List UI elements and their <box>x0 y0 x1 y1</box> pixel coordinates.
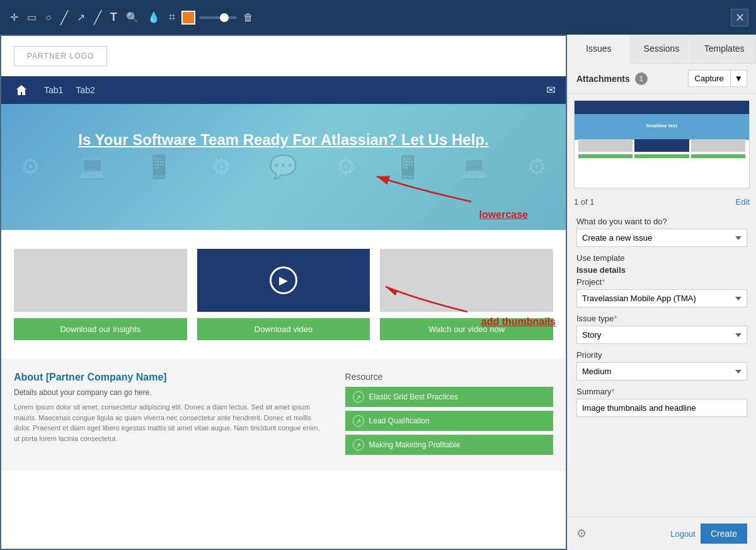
right-panel: Issues Sessions Templates Attachments 1 … <box>567 35 756 550</box>
resources-column: Resource ↗ Elastic Grid Best Practices ↗… <box>345 372 553 459</box>
hero-section: ⚙💻📱⚙💬⚙📱💻⚙ Is Your Software Team Ready Fo… <box>1 104 566 230</box>
thumbnail-arrow-svg <box>379 280 480 324</box>
ellipse-tool-icon[interactable]: ○ <box>43 9 54 26</box>
issue-details-label: Issue details <box>576 265 747 275</box>
cards-section: Download our insights ▶ Download video W… <box>1 230 566 359</box>
screenshot-thumbnail: headline text <box>574 100 750 188</box>
resource-3-label: Making Maketing Profitable <box>369 440 461 449</box>
panel-tabs: Issues Sessions Templates <box>568 35 756 64</box>
summary-label: Summary* <box>576 387 747 396</box>
resource-item-2[interactable]: ↗ Lead Qualification <box>345 411 553 431</box>
attachments-count: 1 <box>635 72 648 85</box>
resource-item-1[interactable]: ↗ Elastic Grid Best Practices <box>345 387 553 407</box>
project-required: * <box>602 277 605 287</box>
text-tool-icon[interactable]: T <box>108 8 120 26</box>
logout-button[interactable]: Logout <box>670 529 696 539</box>
opacity-slider[interactable] <box>199 16 237 19</box>
edit-link[interactable]: Edit <box>736 197 750 207</box>
attachments-label: Attachments <box>576 74 630 84</box>
action-question-label: What do you want to do? <box>576 217 747 226</box>
partner-logo: PARTNER LOGO <box>14 46 107 66</box>
resource-item-3[interactable]: ↗ Making Maketing Profitable <box>345 435 553 455</box>
resource-1-label: Elastic Grid Best Practices <box>369 392 458 401</box>
card-1: Download our insights <box>14 249 187 340</box>
settings-icon[interactable]: ⚙ <box>576 527 587 541</box>
move-tool-icon[interactable]: ✛ <box>8 9 21 26</box>
resource-3-icon: ↗ <box>353 439 364 450</box>
priority-select[interactable]: Medium <box>576 362 747 381</box>
issue-type-required: * <box>614 314 617 323</box>
card-2: ▶ Download video <box>197 249 370 340</box>
about-subtitle: Details about your company can go here. <box>14 388 326 397</box>
zoom-tool-icon[interactable]: 🔍 <box>123 9 141 26</box>
capture-button[interactable]: Capture <box>688 70 731 87</box>
arrow-tool-icon[interactable]: ↗ <box>74 9 88 26</box>
color-swatch[interactable] <box>181 11 195 25</box>
thumb-preview: headline text <box>575 101 749 188</box>
tab-sessions[interactable]: Sessions <box>631 35 694 63</box>
project-select[interactable]: Travelassian Mobile App (TMA) <box>576 289 747 307</box>
about-body: Lorem ipsum dolor sit amet, consectetur … <box>14 402 326 444</box>
panel-content: Attachments 1 Capture ▼ headline text <box>568 64 756 517</box>
capture-control: Capture ▼ <box>688 70 747 87</box>
thumbnail-annotation: add thumbnails <box>481 316 556 328</box>
nav-tab1[interactable]: Tab1 <box>44 85 63 95</box>
close-button[interactable]: ✕ <box>731 9 748 26</box>
action-select[interactable]: Create a new issue <box>576 229 747 247</box>
partner-logo-bar: PARTNER LOGO <box>1 36 566 76</box>
about-column: About [Partner Company Name] Details abo… <box>14 372 326 459</box>
panel-footer: ⚙ Logout Create <box>568 517 756 550</box>
summary-input[interactable] <box>576 399 747 417</box>
home-icon[interactable] <box>11 80 32 100</box>
line-tool-icon[interactable]: ╱ <box>58 8 71 28</box>
canvas-area: PARTNER LOGO Tab1 Tab2 ✉ ⚙💻📱⚙💬⚙📱💻⚙ Is Yo… <box>0 35 567 550</box>
resource-2-icon: ↗ <box>353 415 364 427</box>
resources-title: Resource <box>345 372 553 382</box>
resource-2-label: Lead Qualification <box>369 416 430 425</box>
card-2-image: ▶ <box>197 249 370 312</box>
tab-issues[interactable]: Issues <box>568 35 631 64</box>
crop-tool-icon[interactable]: ⌗ <box>166 8 178 26</box>
about-title: About [Partner Company Name] <box>14 372 326 383</box>
main-area: PARTNER LOGO Tab1 Tab2 ✉ ⚙💻📱⚙💬⚙📱💻⚙ Is Yo… <box>0 35 756 550</box>
toolbar: ✛ ▭ ○ ╱ ↗ ╱ T 🔍 💧 ⌗ 🗑 ✕ <box>0 0 756 35</box>
screenshot-area: headline text <box>568 94 756 195</box>
delete-tool-icon[interactable]: 🗑 <box>241 9 256 26</box>
card-1-image <box>14 249 187 312</box>
lowercase-arrow-svg <box>364 164 490 214</box>
nav-tab2[interactable]: Tab2 <box>76 85 94 95</box>
form-section: What do you want to do? Create a new iss… <box>568 212 756 428</box>
bottom-section: About [Partner Company Name] Details abo… <box>1 359 566 471</box>
summary-required: * <box>612 387 615 396</box>
play-button-icon[interactable]: ▶ <box>270 266 297 294</box>
attachments-bar: Attachments 1 Capture ▼ <box>568 64 756 94</box>
card-2-button[interactable]: Download video <box>197 318 370 340</box>
resource-1-icon: ↗ <box>353 391 364 403</box>
capture-dropdown-button[interactable]: ▼ <box>731 70 747 87</box>
create-button[interactable]: Create <box>701 524 747 544</box>
priority-label: Priority <box>576 350 747 360</box>
email-icon[interactable]: ✉ <box>546 83 556 97</box>
pagination-row: 1 of 1 Edit <box>568 195 756 212</box>
card-1-button[interactable]: Download our insights <box>14 318 187 340</box>
use-template-label: Use template <box>576 253 747 263</box>
issue-type-label: Issue type* <box>576 314 747 323</box>
navigation-bar: Tab1 Tab2 ✉ <box>1 76 566 104</box>
issue-type-select[interactable]: Story <box>576 326 747 344</box>
color-picker-tool-icon[interactable]: 💧 <box>145 9 163 26</box>
tab-templates[interactable]: Templates <box>693 35 756 63</box>
pen-tool-icon[interactable]: ╱ <box>91 8 104 28</box>
pagination-text: 1 of 1 <box>574 197 595 207</box>
project-label: Project* <box>576 277 747 287</box>
rect-tool-icon[interactable]: ▭ <box>25 9 39 26</box>
